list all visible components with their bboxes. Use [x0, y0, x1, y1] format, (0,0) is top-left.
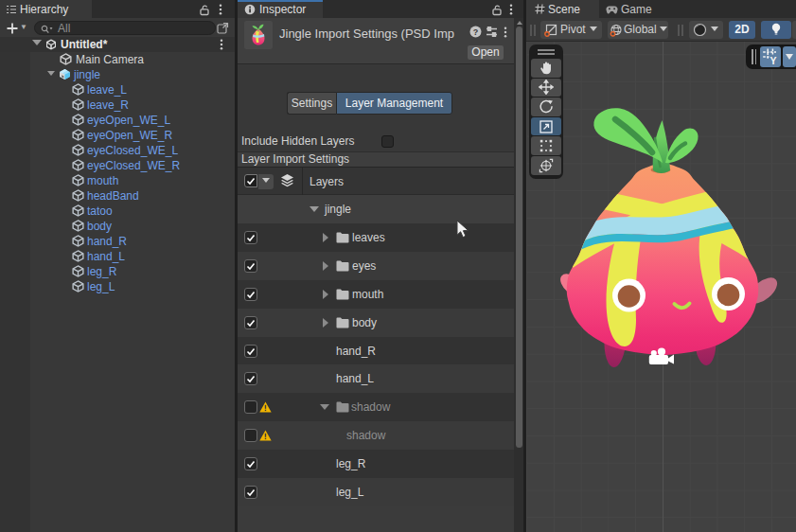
svg-text:Y: Y — [769, 55, 776, 65]
svg-text:?: ? — [473, 27, 479, 37]
